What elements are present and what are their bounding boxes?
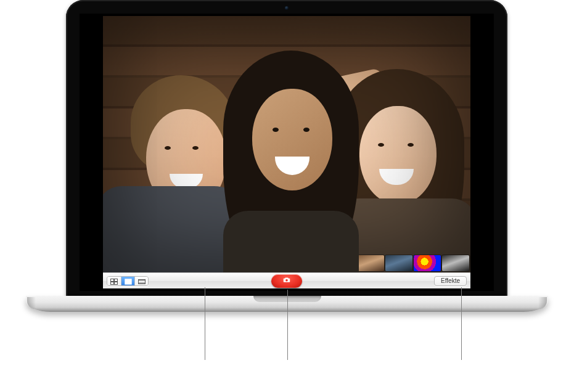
effects-button[interactable]: Effekte (434, 276, 467, 286)
live-photo-scene (103, 16, 470, 272)
thumbnail-5[interactable] (442, 255, 469, 271)
camera-viewport (103, 16, 470, 272)
thumbnail-4[interactable] (414, 255, 441, 271)
callout-line-center (287, 290, 288, 360)
view-grid-button[interactable] (107, 277, 121, 286)
callout-line-left (205, 287, 205, 360)
laptop-screen: Effekte (80, 14, 494, 291)
svg-rect-0 (111, 279, 114, 281)
person-center (211, 51, 371, 272)
svg-rect-1 (115, 279, 118, 281)
photo-booth-window: Effekte (103, 16, 470, 288)
laptop-lid: Effekte (66, 0, 507, 300)
camera-icon (283, 276, 290, 285)
grid-icon (110, 279, 118, 285)
shutter-button[interactable] (271, 274, 302, 288)
view-single-button[interactable] (121, 277, 134, 286)
effects-label: Effekte (441, 277, 460, 284)
view-mode-segment (107, 276, 149, 286)
svg-rect-3 (115, 282, 118, 284)
thumbnail-3[interactable] (385, 255, 412, 271)
single-icon (125, 279, 132, 285)
svg-rect-2 (111, 282, 114, 284)
toolbar: Effekte (103, 272, 470, 288)
svg-rect-4 (125, 279, 131, 284)
svg-point-8 (285, 279, 288, 282)
webcam-dot (285, 6, 289, 10)
view-filmstrip-button[interactable] (134, 277, 148, 286)
callout-line-right (461, 287, 462, 360)
filmstrip-icon (138, 279, 146, 285)
